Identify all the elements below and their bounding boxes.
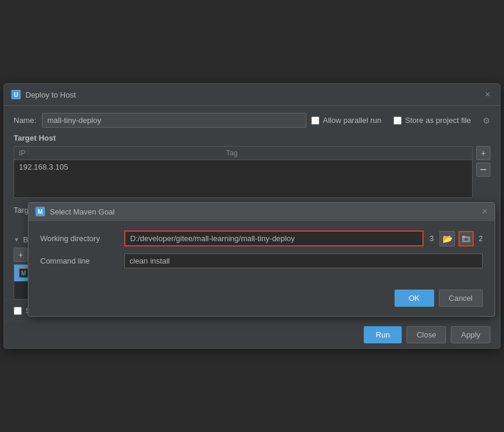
add-launch-button[interactable]: + (14, 248, 28, 262)
ok-button[interactable]: OK (395, 290, 434, 307)
table-empty-area (14, 174, 472, 197)
sub-dialog-body: Working directory 3 📂 2 (28, 221, 495, 285)
sub-dialog-title-left: M Select Maven Goal (35, 207, 115, 216)
working-dir-label: Working directory (40, 234, 117, 243)
sub-dialog: M Select Maven Goal × Working directory … (28, 202, 495, 317)
dialog-title: Deploy to Host (25, 90, 76, 99)
ip-column-header: IP (19, 149, 226, 157)
sub-dialog-title-bar: M Select Maven Goal × (28, 203, 495, 221)
command-line-label: Command line (40, 256, 117, 265)
name-input[interactable] (42, 113, 306, 128)
collapse-icon[interactable]: ▼ (14, 236, 20, 243)
main-close-button[interactable]: × (483, 89, 493, 100)
svg-rect-2 (462, 236, 466, 238)
add-host-button[interactable]: + (476, 146, 490, 160)
gear-icon[interactable]: ⚙ (483, 116, 490, 125)
sub-dialog-close-button[interactable]: × (482, 206, 487, 217)
number-2-badge: 2 (479, 235, 483, 243)
target-host-table: IP Tag 192.168.3.105 (14, 146, 473, 203)
browse-folder-button[interactable]: 📂 (440, 231, 455, 246)
name-label: Name: (14, 116, 37, 125)
checkboxes-row: Allow parallel run Store as project file… (311, 116, 490, 125)
tag-cell (226, 163, 467, 171)
host-action-buttons: + (476, 146, 490, 177)
maven-icon: M (35, 207, 45, 216)
name-row: Name: Allow parallel run Store as projec… (14, 113, 490, 128)
working-dir-input-group: 3 📂 2 (124, 230, 483, 246)
svg-rect-3 (464, 238, 468, 241)
project-folder-button[interactable] (458, 231, 474, 246)
host-table: IP Tag 192.168.3.105 (14, 146, 473, 198)
close-button[interactable]: Close (406, 326, 446, 343)
target-host-wrapper: IP Tag 192.168.3.105 + (14, 146, 490, 203)
command-line-row: Command line (40, 254, 483, 268)
dialog-bottom-buttons: Run Close Apply (4, 321, 500, 348)
table-row[interactable]: 192.168.3.105 (14, 160, 472, 174)
run-button[interactable]: Run (364, 326, 402, 343)
table-header: IP Tag (14, 147, 472, 160)
deploy-icon: U (11, 90, 21, 99)
main-dialog: U Deploy to Host × Name: Allow parallel … (4, 83, 500, 349)
command-line-input-group (124, 254, 483, 268)
svg-rect-0 (480, 169, 486, 170)
store-project-checkbox[interactable]: Store as project file (393, 116, 471, 125)
title-bar: U Deploy to Host × (4, 84, 500, 106)
tag-column-header: Tag (226, 149, 467, 157)
title-bar-left: U Deploy to Host (11, 90, 76, 99)
cancel-button[interactable]: Cancel (439, 290, 483, 307)
working-dir-input[interactable] (124, 230, 424, 246)
remove-host-button[interactable] (476, 163, 490, 177)
command-line-input[interactable] (124, 254, 483, 268)
allow-parallel-checkbox[interactable]: Allow parallel run (311, 116, 382, 125)
working-dir-badge: 3 (426, 233, 437, 244)
working-dir-row: Working directory 3 📂 2 (40, 230, 483, 246)
sub-dialog-title: Select Maven Goal (50, 207, 115, 216)
sub-dialog-buttons: OK Cancel (28, 285, 495, 316)
launch-item-icon: M (19, 268, 28, 278)
apply-button[interactable]: Apply (451, 326, 490, 343)
ip-cell: 192.168.3.105 (19, 163, 226, 171)
target-host-label: Target Host (14, 134, 490, 142)
